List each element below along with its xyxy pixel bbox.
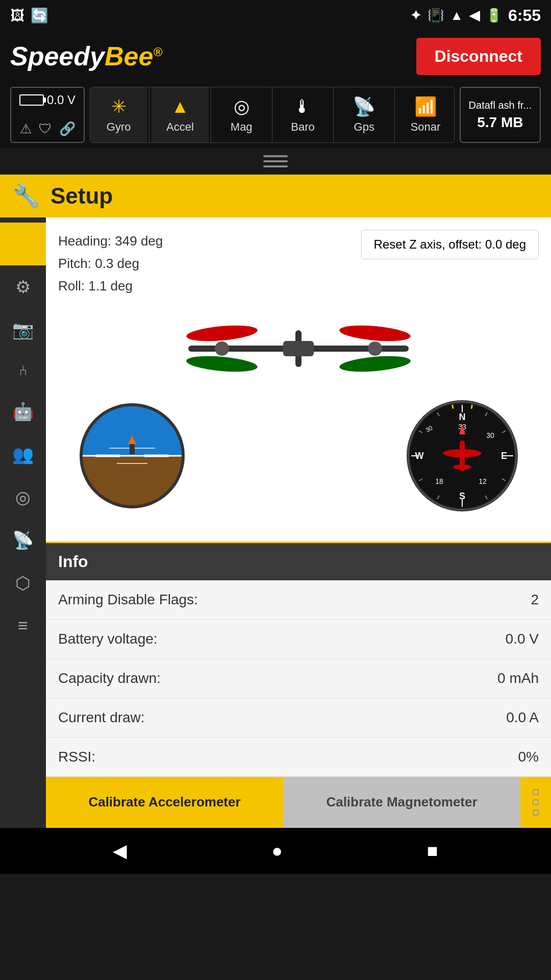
svg-text:N: N [459, 412, 466, 422]
sidebar-item-settings[interactable]: ⚙ [0, 265, 46, 308]
calibrate-accel-button[interactable]: Calibrate Accelerometer [46, 777, 283, 828]
vibrate-icon: 📳 [428, 8, 444, 23]
sidebar: ✦ ⚙ 📷 ⑃ 🤖 👥 ◎ 📡 ⬡ ≡ [0, 217, 46, 828]
hamburger-menu[interactable] [263, 155, 288, 167]
main-layout: ✦ ⚙ 📷 ⑃ 🤖 👥 ◎ 📡 ⬡ ≡ [0, 217, 551, 828]
home-button[interactable]: ● [271, 840, 283, 862]
cube-icon: ⬡ [15, 573, 31, 593]
status-bar: 🖼 🔄 ✦ 📳 ▲ ◀ 🔋 6:55 [0, 0, 551, 31]
remote-icon: 🤖 [12, 401, 34, 422]
gyro-label: Gyro [107, 120, 131, 134]
svg-point-3 [186, 323, 258, 344]
more-options-button[interactable] [520, 777, 551, 828]
gps-icon: 📡 [353, 96, 375, 117]
svg-point-8 [368, 341, 382, 356]
current-label: Current draw: [46, 698, 469, 737]
logo: SpeedyBee® [10, 41, 162, 71]
sidebar-item-menu[interactable]: ≡ [0, 604, 46, 647]
accel-icon: ▲ [171, 96, 189, 117]
current-value: 0.0 A [469, 698, 551, 737]
battery-icons: ⚠ 🛡 🔗 [20, 121, 76, 137]
bottom-buttons: Calibrate Accelerometer Calibrate Magnet… [46, 777, 551, 828]
info-section: Info Arming Disable Flags: 2 Battery vol… [46, 543, 551, 777]
menu-bar[interactable] [0, 148, 551, 175]
mag-icon: ◎ [234, 96, 249, 117]
disconnect-button[interactable]: Disconnect [416, 38, 541, 75]
svg-text:W: W [415, 451, 424, 461]
image-icon: 🖼 [10, 7, 24, 24]
back-button[interactable]: ◀ [113, 840, 127, 862]
settings-icon: ⚙ [15, 277, 31, 297]
attitude-card: Reset Z axis, offset: 0.0 deg Heading: 3… [46, 217, 551, 543]
link-icon: 🔗 [59, 121, 76, 137]
sensor-accel[interactable]: ▲ Accel [152, 87, 208, 142]
calibrate-mag-button[interactable]: Calibrate Magnetometer [283, 777, 520, 828]
gyro-icon: ✳ [111, 96, 127, 117]
battery-icon: 🔋 [486, 8, 502, 23]
sidebar-item-network[interactable]: ⑃ [0, 351, 46, 390]
beacon-icon: 📡 [12, 530, 34, 550]
svg-text:12: 12 [479, 477, 487, 485]
divider [149, 87, 149, 142]
svg-text:S: S [459, 491, 465, 501]
time-display: 6:55 [508, 6, 541, 25]
info-row-current: Current draw: 0.0 A [46, 698, 551, 738]
sidebar-item-video[interactable]: 📷 [0, 308, 46, 351]
arming-value: 2 [469, 580, 551, 619]
wifi-icon: ▲ [450, 8, 463, 23]
menu-icon: ≡ [18, 616, 28, 635]
svg-point-43 [443, 449, 482, 457]
drone-visualization [58, 308, 539, 389]
dot-1 [533, 789, 539, 795]
recent-button[interactable]: ■ [427, 840, 438, 862]
users-icon: 👥 [12, 444, 34, 464]
sidebar-item-remote[interactable]: 🤖 [0, 390, 46, 433]
content-area: Reset Z axis, offset: 0.0 deg Heading: 3… [46, 217, 551, 828]
svg-point-4 [339, 323, 411, 344]
sidebar-item-cube[interactable]: ⬡ [0, 561, 46, 604]
rssi-label: RSSI: [46, 738, 469, 776]
dot-2 [533, 799, 539, 805]
divider [272, 87, 272, 142]
info-row-capacity: Capacity drawn: 0 mAh [46, 659, 551, 698]
divider [333, 87, 334, 142]
sensor-gyro[interactable]: ✳ Gyro [90, 87, 147, 142]
gps-label: Gps [354, 120, 374, 134]
sidebar-item-beacon[interactable]: 📡 [0, 519, 46, 561]
capacity-label: Capacity drawn: [46, 659, 469, 698]
sidebar-item-connect[interactable]: ✦ [0, 223, 46, 265]
sensor-mag[interactable]: ◎ Mag [213, 87, 270, 142]
roll-value: Roll: 1.1 deg [58, 275, 539, 297]
warning-icon: ⚠ [20, 121, 32, 137]
info-row-rssi: RSSI: 0% [46, 738, 551, 777]
setup-header: 🔧 Setup [0, 175, 551, 217]
battery-voltage: 0.0 V [19, 93, 76, 107]
sensor-sonar[interactable]: 📶 Sonar [397, 87, 454, 142]
dataflash-size: 5.7 MB [477, 114, 523, 131]
attitude-header-row: Reset Z axis, offset: 0.0 deg Heading: 3… [58, 230, 539, 308]
filter-icon: ◎ [15, 487, 31, 507]
svg-point-5 [186, 354, 258, 374]
sidebar-item-filter[interactable]: ◎ [0, 476, 46, 519]
svg-text:18: 18 [435, 477, 443, 485]
battery-box: 0.0 V ⚠ 🛡 🔗 [10, 87, 85, 143]
status-bar-right: ✦ 📳 ▲ ◀ 🔋 6:55 [410, 6, 541, 25]
dataflash-label: Datafl ash fr... [469, 99, 532, 111]
accel-label: Accel [166, 120, 194, 134]
drone-svg [181, 318, 416, 379]
sensor-bar: 0.0 V ⚠ 🛡 🔗 ✳ Gyro ▲ Accel ◎ Mag 🌡 B [0, 82, 551, 148]
hamburger-line-1 [263, 155, 288, 157]
svg-text:E: E [501, 451, 507, 461]
sensor-baro[interactable]: 🌡 Baro [274, 87, 331, 142]
sync-icon: 🔄 [31, 7, 48, 24]
sensor-gps[interactable]: 📡 Gps [336, 87, 392, 142]
sidebar-item-users[interactable]: 👥 [0, 433, 46, 476]
battery-value: 0.0 V [469, 620, 551, 658]
reset-z-axis-button[interactable]: Reset Z axis, offset: 0.0 deg [361, 230, 539, 259]
svg-point-44 [453, 464, 471, 470]
wrench-icon: 🔧 [12, 183, 40, 209]
video-icon: 📷 [12, 320, 34, 340]
network-icon: ⑃ [19, 362, 28, 379]
mag-label: Mag [231, 120, 253, 134]
bluetooth-icon: ✦ [410, 8, 421, 23]
